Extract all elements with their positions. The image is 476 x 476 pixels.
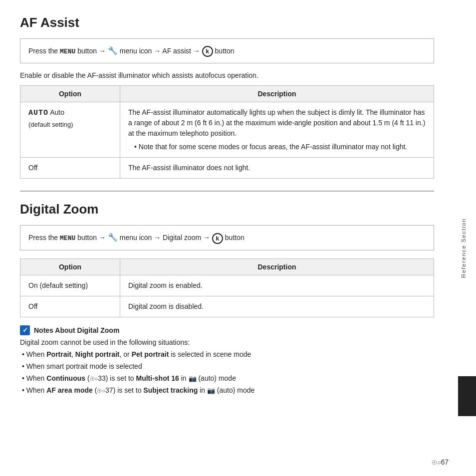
cmd2-icon-suffix: menu icon → Digital zoom → (120, 234, 212, 241)
section1-title: AF Assist (20, 15, 434, 30)
section1-table: Option Description AUTO Auto (default se… (20, 85, 434, 179)
table1-col2-header: Description (120, 86, 434, 102)
page-number: ☉○67 (432, 458, 449, 466)
table1-row1-desc-list: Note that for some scene modes or focus … (134, 142, 426, 152)
list-item: When Portrait, Night portrait, or Pet po… (22, 349, 434, 360)
cmd2-prefix: Press the (28, 234, 60, 241)
side-tab (458, 376, 476, 416)
cmd1-prefix: Press the (28, 47, 58, 55)
table2-col2-header: Description (120, 258, 434, 275)
table1-row1-desc-text: The AF-assist illuminator automatically … (128, 107, 426, 139)
table2-row2-option: Off (20, 296, 120, 317)
page-num-icon: ☉○ (432, 459, 441, 466)
table2-row2-desc: Digital zoom is disabled. (120, 296, 434, 317)
table1-col1-header: Option (20, 86, 120, 102)
table2-row1-desc: Digital zoom is enabled. (120, 275, 434, 296)
menu-icon2: 🔧 (108, 233, 118, 241)
section-divider (20, 191, 434, 192)
section1-description: Enable or disable the AF-assist illumina… (20, 71, 434, 79)
auto-label: AUTO (28, 109, 48, 117)
section2-table: Option Description On (default setting) … (20, 258, 434, 317)
list-item: When Continuous (☉○33) is set to Multi-s… (22, 373, 434, 384)
section2-command-box: Press the MENU button → 🔧 menu icon → Di… (20, 225, 434, 250)
cmd2-suffix: button (225, 234, 244, 241)
table1-row1-option: AUTO Auto (default setting) (20, 102, 120, 158)
table2-col1-header: Option (20, 258, 120, 275)
page-num-text: 67 (441, 458, 449, 466)
camera-icon: 📷 (189, 374, 197, 384)
cmd1-suffix: button (215, 47, 235, 55)
reference-section-wrapper: Reference Section (451, 100, 476, 396)
table-row: Off The AF-assist illuminator does not l… (20, 158, 434, 179)
section1-command-box: Press the MENU button → 🔧 menu icon → AF… (20, 38, 434, 63)
table-row: On (default setting) Digital zoom is ena… (20, 275, 434, 296)
list-item: When AF area mode (☉○37) is set to Subje… (22, 385, 434, 396)
table-row: Off Digital zoom is disabled. (20, 296, 434, 317)
camera-icon2: 📷 (207, 386, 215, 396)
list-item: When smart portrait mode is selected (22, 361, 434, 372)
notes-intro: Digital zoom cannot be used in the follo… (20, 338, 434, 346)
cmd1-menu-word: MENU (60, 48, 75, 55)
default-label: (default setting) (28, 121, 73, 128)
table2-row1-option: On (default setting) (20, 275, 120, 296)
notes-section: ✓ Notes About Digital Zoom Digital zoom … (20, 325, 434, 396)
cmd2-middle: button → (77, 234, 108, 241)
table-row: AUTO Auto (default setting) The AF-assis… (20, 102, 434, 158)
ok-button2: k (212, 233, 223, 244)
table1-row2-desc: The AF-assist illuminator does not light… (120, 158, 434, 179)
menu-icon1: 🔧 (108, 46, 118, 55)
list-item: Note that for some scene modes or focus … (134, 142, 426, 152)
reference-section-label: Reference Section (461, 218, 467, 278)
notes-header: ✓ Notes About Digital Zoom (20, 325, 434, 335)
notes-title: Notes About Digital Zoom (34, 326, 119, 334)
section2-title: Digital Zoom (20, 202, 434, 217)
auto-text: Auto (50, 108, 64, 116)
notes-icon: ✓ (20, 325, 30, 335)
cmd1-middle: button → (77, 47, 108, 55)
table1-row1-desc: The AF-assist illuminator automatically … (120, 102, 434, 158)
ok-button1: k (202, 46, 213, 57)
table1-row2-option: Off (20, 158, 120, 179)
notes-bullets: When Portrait, Night portrait, or Pet po… (22, 349, 434, 396)
cmd1-icon-suffix: menu icon → AF assist → (120, 47, 202, 55)
cmd2-menu-word: MENU (60, 235, 75, 242)
